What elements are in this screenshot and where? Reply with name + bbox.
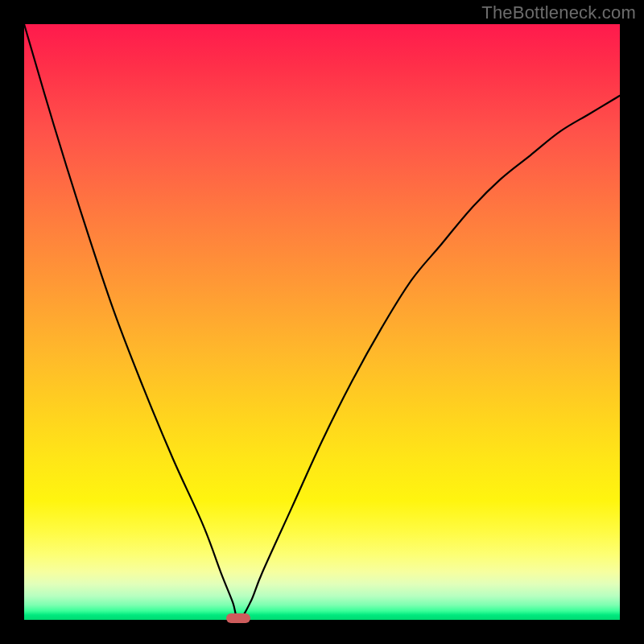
min-marker: [226, 613, 250, 623]
plot-area: [24, 24, 620, 620]
chart-frame: TheBottleneck.com: [0, 0, 644, 644]
watermark-text: TheBottleneck.com: [481, 2, 636, 23]
bottleneck-curve: [24, 24, 620, 620]
curve-path: [24, 24, 620, 620]
